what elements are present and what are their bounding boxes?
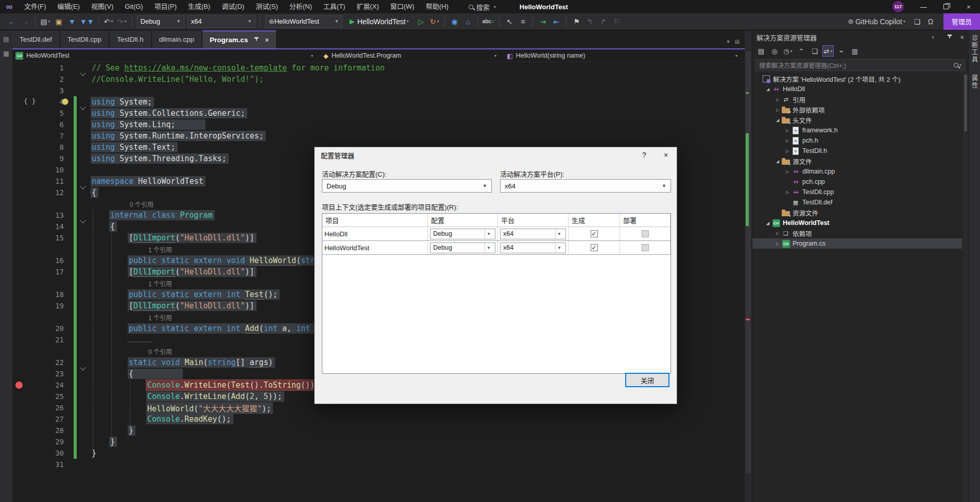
solution-config-dropdown[interactable]: Debug▼ xyxy=(137,15,184,28)
deploy-checkbox[interactable] xyxy=(642,244,649,251)
search-box[interactable]: 搜索 ▾ xyxy=(469,2,496,12)
breakpoint-margin[interactable] xyxy=(12,142,26,153)
panel-close-icon[interactable]: × xyxy=(960,33,964,41)
tree-item-外部依赖项[interactable]: ▷外部依赖项 xyxy=(752,105,962,115)
browser-link-icon[interactable]: ⌂ xyxy=(462,15,474,28)
menu-item-0[interactable]: 文件(F) xyxy=(19,0,52,13)
find-in-files-icon[interactable]: ◉ xyxy=(449,15,461,28)
doc-dropdown-icon[interactable]: ▾ xyxy=(727,39,730,44)
breakpoint-margin[interactable] xyxy=(12,244,26,255)
autohide-tab-1[interactable]: 属性 xyxy=(970,75,979,89)
breakpoint-margin[interactable] xyxy=(12,187,26,198)
menu-item-8[interactable]: 分析(N) xyxy=(284,0,318,13)
menu-item-6[interactable]: 调试(D) xyxy=(216,0,250,13)
active-platform-combobox[interactable]: x64▼ xyxy=(500,179,671,193)
github-copilot-button[interactable]: ⊚ GitHub Copilot ▾ xyxy=(843,15,910,28)
close-dialog-button[interactable]: 关闭 xyxy=(625,373,669,387)
doc-options-icon[interactable]: ▤ xyxy=(735,39,740,44)
expand-arrow-icon[interactable]: ▷ xyxy=(784,190,791,195)
tree-item-解决方案 'HelloWorldTest' (2 个项目, 共 2 个)[interactable]: 解决方案 'HelloWorldTest' (2 个项目, 共 2 个) xyxy=(752,74,962,84)
save-all-icon[interactable]: ▼▼ xyxy=(79,15,95,28)
start-without-debug-icon[interactable]: ▷ xyxy=(415,15,427,28)
breakpoint-margin[interactable] xyxy=(12,221,26,232)
hot-reload-icon[interactable]: ↻▾ xyxy=(428,15,441,28)
indent-increase-icon[interactable]: ⇥ xyxy=(537,15,549,28)
platform-combobox[interactable]: x64▼ xyxy=(500,243,566,253)
back-icon[interactable]: ← xyxy=(6,15,18,28)
expand-arrow-icon[interactable]: ▷ xyxy=(774,231,781,236)
menu-item-1[interactable]: 编辑(E) xyxy=(52,0,85,13)
restore-button[interactable] xyxy=(935,0,957,13)
breakpoint-margin[interactable] xyxy=(12,368,26,379)
breakpoint-margin[interactable] xyxy=(12,436,26,447)
breakpoint-margin[interactable] xyxy=(12,402,26,413)
expand-arrow-icon[interactable]: ▷ xyxy=(774,241,781,246)
close-button[interactable]: × xyxy=(957,0,980,13)
administrator-badge[interactable]: 管理员 xyxy=(943,13,980,30)
build-checkbox[interactable]: ✓ xyxy=(591,244,598,251)
close-tab-icon[interactable]: × xyxy=(265,36,269,44)
expand-arrow-icon[interactable]: ▷ xyxy=(774,97,781,102)
expand-arrow-icon[interactable]: ▷ xyxy=(784,139,791,143)
solution-platform-dropdown[interactable]: x64▼ xyxy=(187,15,255,28)
menu-item-11[interactable]: 窗口(W) xyxy=(385,0,420,13)
menu-item-12[interactable]: 帮助(H) xyxy=(420,0,454,13)
tree-item-HelloWorldTest[interactable]: ◢C#HelloWorldTest xyxy=(752,218,962,228)
editor-scrollbar[interactable] xyxy=(745,30,752,502)
build-checkbox[interactable]: ✓ xyxy=(591,230,598,237)
tree-item-TestDll.cpp[interactable]: ▷++TestDll.cpp xyxy=(752,187,962,197)
expand-arrow-icon[interactable]: ▷ xyxy=(784,169,791,174)
breakpoint-margin[interactable] xyxy=(12,379,26,391)
column-header-项目[interactable]: 项目 xyxy=(322,214,428,227)
tree-item-TestDll.def[interactable]: ▦TestDll.def xyxy=(752,197,962,207)
dialog-help-button[interactable]: ? xyxy=(633,147,655,163)
breakpoint-margin[interactable] xyxy=(12,164,26,176)
breakpoint-margin[interactable] xyxy=(12,447,26,459)
breakpoint-margin[interactable] xyxy=(12,153,26,164)
tree-item-HelloDll[interactable]: ◢++HelloDll xyxy=(752,84,962,94)
collapse-arrow-icon[interactable]: ◢ xyxy=(764,221,771,226)
bookmark-next-icon[interactable]: ↱ xyxy=(597,15,609,28)
tree-item-头文件[interactable]: ◢头文件 xyxy=(752,115,962,125)
scrollbar-thumb[interactable] xyxy=(746,51,751,473)
breakpoint-margin[interactable] xyxy=(12,300,26,311)
toolbox-icon[interactable]: ▦ xyxy=(3,50,9,57)
autohide-tab-0[interactable]: 诊断工具 xyxy=(970,34,979,63)
tree-item-dllmain.cpp[interactable]: ▷++dllmain.cpp xyxy=(752,166,962,177)
breakpoint-margin[interactable] xyxy=(12,62,26,74)
bookmark-clear-icon[interactable]: ⚐ xyxy=(610,15,623,28)
solution-search-input[interactable]: 搜索解决方案资源管理器(Ctrl+;) ▾ xyxy=(755,59,965,71)
breakpoint-margin[interactable] xyxy=(12,413,26,425)
tree-item-依赖项[interactable]: ▷❏依赖项 xyxy=(752,228,962,238)
breakpoint-margin[interactable] xyxy=(12,311,26,323)
switch-views-icon[interactable]: ▤ xyxy=(755,45,767,57)
tree-item-pch.h[interactable]: ▷hpch.h xyxy=(752,135,962,146)
menu-item-9[interactable]: 工具(T) xyxy=(318,0,351,13)
collapse-arrow-icon[interactable]: ◢ xyxy=(764,87,771,92)
menu-item-7[interactable]: 测试(S) xyxy=(250,0,283,13)
startup-project-dropdown[interactable]: ⊛ HelloWorldTest▼ xyxy=(265,15,342,28)
panel-options-icon[interactable]: ▾ xyxy=(932,35,934,40)
tree-item-引用[interactable]: ▷⇄引用 xyxy=(752,94,962,105)
start-debug-button[interactable]: ▶HelloWorldTest▾ xyxy=(346,15,412,28)
breakpoint-margin[interactable] xyxy=(12,357,26,368)
tree-item-Program.cs[interactable]: ▷C#Program.cs xyxy=(752,238,962,249)
open-folder-icon[interactable]: ▣ xyxy=(53,15,65,28)
save-icon[interactable]: ▼ xyxy=(66,15,78,28)
server-explorer-icon[interactable]: ▤ xyxy=(3,36,9,43)
breakpoint-margin[interactable] xyxy=(12,289,26,300)
collapse-arrow-icon[interactable]: ◢ xyxy=(774,159,781,164)
breadcrumb-project-dropdown[interactable]: C# HelloWorldTest ▾ xyxy=(12,49,320,62)
column-header-配置[interactable]: 配置 xyxy=(428,214,498,227)
config-combobox[interactable]: Debug▼ xyxy=(430,243,495,253)
tree-item-源文件[interactable]: ◢源文件 xyxy=(752,156,962,166)
breakpoint-margin[interactable] xyxy=(12,345,26,357)
breakpoint-margin[interactable] xyxy=(12,198,26,210)
copy-path-icon[interactable]: ❏ xyxy=(809,45,820,57)
tree-item-资源文件[interactable]: 资源文件 xyxy=(752,207,962,218)
config-combobox[interactable]: Debug▼ xyxy=(430,229,495,239)
breakpoint-margin[interactable] xyxy=(12,108,26,119)
breakpoint-margin[interactable] xyxy=(12,459,26,470)
breakpoint-margin[interactable] xyxy=(12,391,26,402)
breakpoint-margin[interactable] xyxy=(12,130,26,142)
